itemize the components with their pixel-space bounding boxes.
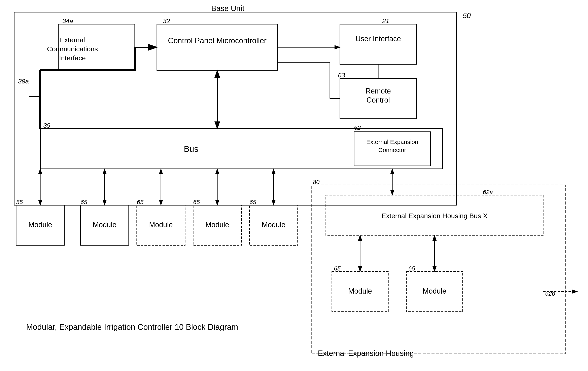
svg-rect-18	[312, 185, 565, 354]
label-39: 39	[43, 122, 51, 129]
label-65e: 65	[334, 265, 341, 272]
label-55: 55	[16, 199, 23, 205]
label-65d: 65	[250, 199, 256, 205]
diagram-container: Base Unit 50 External Communications Int…	[0, 0, 588, 371]
ext-exp-bus-label: External Expansion Housing Bus X	[381, 212, 487, 220]
base-unit-label: Base Unit	[211, 4, 244, 13]
label-65c: 65	[193, 199, 200, 205]
module-exp-a-label: Module	[348, 287, 372, 295]
module-exp-b-label: Module	[423, 287, 446, 295]
label-65b: 65	[137, 199, 144, 205]
label-65a: 65	[81, 199, 87, 205]
remote-control-line1: Remote	[366, 87, 391, 95]
remote-control-line2: Control	[367, 96, 390, 104]
control-panel-line1: Control Panel Microcontroller	[168, 36, 267, 45]
label-21: 21	[382, 17, 389, 25]
ext-comm-line3: Interface	[59, 54, 86, 62]
ext-comm-line2: Communications	[47, 45, 98, 53]
label-62: 62	[354, 124, 361, 131]
label-32: 32	[163, 17, 170, 25]
ext-exp-housing-label: External Expansion Housing	[318, 349, 414, 358]
module-65c-label: Module	[205, 221, 229, 229]
label-50: 50	[463, 11, 471, 20]
label-34a: 34a	[62, 17, 73, 25]
ext-exp-conn-line2: Connector	[378, 147, 406, 153]
label-65f: 65	[408, 265, 415, 272]
bus-label: Bus	[184, 144, 198, 154]
label-39a: 39a	[18, 78, 29, 85]
module-55-label: Module	[28, 221, 52, 229]
svg-rect-3	[340, 24, 416, 64]
label-62a: 62a	[483, 189, 493, 195]
ext-exp-conn-line1: External Expansion	[366, 139, 419, 145]
ext-comm-line1: External	[60, 36, 85, 44]
module-65a-label: Module	[93, 221, 116, 229]
label-80: 80	[313, 179, 320, 185]
user-interface-line1: User Interface	[356, 35, 401, 43]
module-65b-label: Module	[149, 221, 173, 229]
label-63: 63	[338, 72, 345, 79]
module-65d-label: Module	[262, 221, 285, 229]
svg-rect-2	[157, 24, 278, 70]
diagram-title: Modular, Expandable Irrigation Controlle…	[26, 322, 238, 331]
label-62b: 62b	[545, 290, 555, 297]
